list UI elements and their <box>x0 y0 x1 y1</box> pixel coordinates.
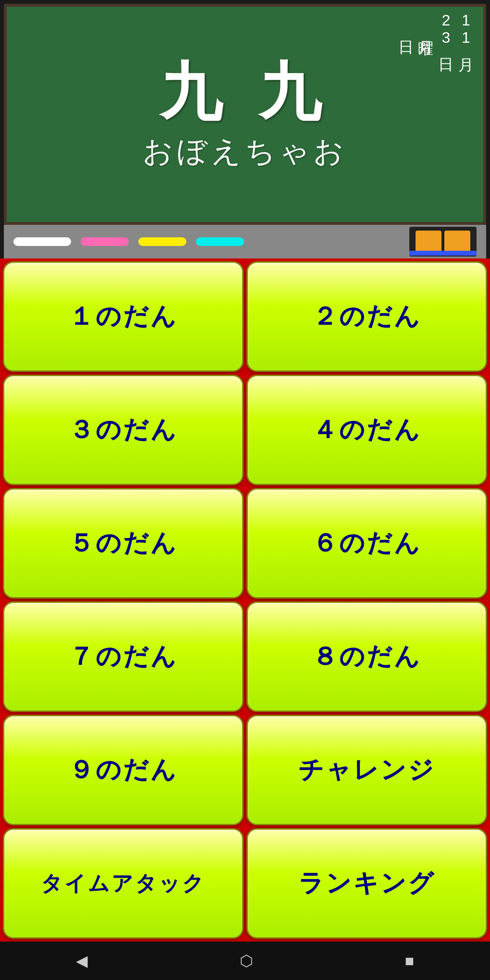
chalkboard-subtitle: おぼえちゃお <box>143 131 347 172</box>
btn-8-no-dan[interactable]: ８のだん <box>246 601 487 712</box>
eraser-left <box>416 231 441 253</box>
btn-2-no-dan[interactable]: ２のだん <box>246 261 487 372</box>
chalk-yellow <box>138 237 186 246</box>
chalkboard-title: 九 九 <box>159 58 331 126</box>
nav-bar: ◀ ⬡ ■ <box>0 942 490 980</box>
btn-time-attack[interactable]: タイムアタック <box>3 828 244 939</box>
btn-6-no-dan[interactable]: ６のだん <box>246 488 487 599</box>
eraser-blue-line <box>409 251 477 256</box>
nav-back-button[interactable]: ◀ <box>76 952 88 970</box>
eraser-right <box>444 231 470 253</box>
date-display: 11月23日月曜日 <box>396 12 476 46</box>
btn-ranking[interactable]: ランキング <box>246 828 487 939</box>
btn-5-no-dan[interactable]: ５のだん <box>3 488 244 599</box>
chalk-tray <box>4 225 486 258</box>
btn-4-no-dan[interactable]: ４のだん <box>246 375 487 485</box>
chalk-white <box>13 237 71 246</box>
btn-1-no-dan[interactable]: １のだん <box>3 261 244 372</box>
chalk-pink <box>81 237 129 246</box>
chalkboard-area: 11月23日月曜日 九 九 おぼえちゃお <box>0 0 490 258</box>
nav-home-button[interactable]: ⬡ <box>240 952 253 970</box>
chalk-cyan <box>196 237 244 246</box>
btn-7-no-dan[interactable]: ７のだん <box>3 601 244 712</box>
chalkboard: 11月23日月曜日 九 九 おぼえちゃお <box>4 4 486 225</box>
buttons-grid: １のだん ２のだん ３のだん ４のだん ５のだん ６のだん ７のだん ８のだん … <box>0 258 490 942</box>
btn-challenge[interactable]: チャレンジ <box>246 715 487 825</box>
btn-3-no-dan[interactable]: ３のだん <box>3 375 244 485</box>
nav-recents-button[interactable]: ■ <box>405 952 414 970</box>
btn-9-no-dan[interactable]: ９のだん <box>3 715 244 825</box>
